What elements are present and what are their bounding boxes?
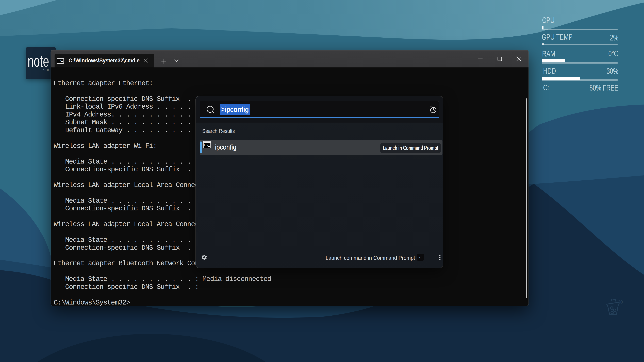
svg-text:C:\: C:\ xyxy=(58,60,61,62)
svg-text:30: 30 xyxy=(618,299,623,304)
svg-text:C:\: C:\ xyxy=(204,144,208,146)
